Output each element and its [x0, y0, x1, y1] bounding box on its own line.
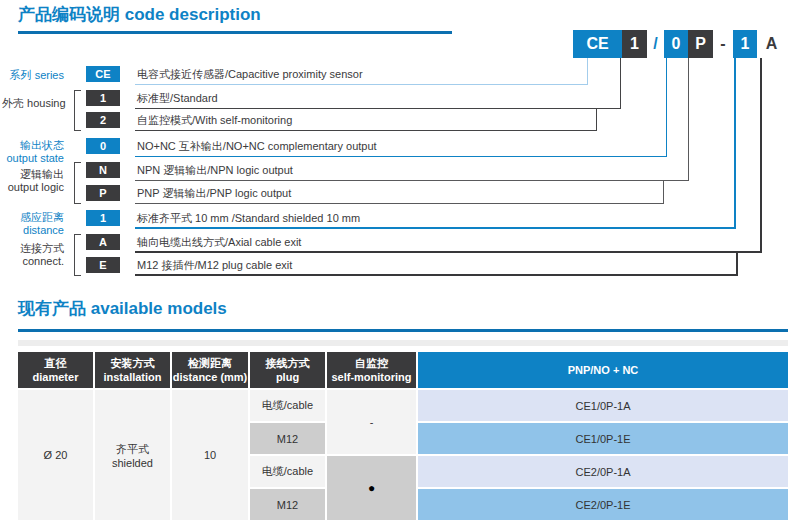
code-value-box: 2 [86, 112, 120, 128]
group-label-line: 连接方式 [2, 242, 64, 255]
code-value-box: E [86, 257, 120, 273]
connector-line [734, 58, 736, 229]
connector-line [135, 130, 596, 131]
model-cell: CE2/0P-1A [418, 456, 788, 487]
header-line: plug [276, 370, 299, 384]
title-underline [18, 329, 788, 332]
header-cell-plug: 接线方式 plug [250, 352, 325, 388]
header-line: 检测距离 [188, 356, 232, 370]
diameter-value: Ø 20 [44, 449, 68, 461]
code-segment-series: CE [573, 30, 622, 58]
connector-line [663, 180, 664, 204]
code-value-box: N [86, 162, 120, 178]
code-value-description: NPN 逻辑输出/NPN logic output [137, 162, 293, 178]
connector-line [135, 108, 620, 109]
code-value-description: 标准型/Standard [137, 90, 218, 106]
code-separator-dash: - [713, 30, 733, 58]
code-value-description: 电容式接近传感器/Capacitive proximity sensor [137, 66, 363, 82]
title-underline [18, 31, 452, 34]
plug-cell: M12 [250, 423, 325, 454]
connector-line [135, 84, 587, 85]
code-value-description: NO+NC 互补输出/NO+NC complementary output [137, 138, 377, 154]
group-label-series: 系列 series [2, 69, 64, 82]
header-cell-distance: 检测距离 distance (mm) [172, 352, 248, 388]
connector-line [135, 274, 738, 276]
code-value-description: PNP 逻辑输出/PNP logic output [137, 185, 291, 201]
connector-line [135, 227, 736, 229]
group-label-distance: 感应距离 distance [2, 211, 64, 237]
code-value-box: P [86, 185, 120, 201]
code-segment-output-logic: P [688, 30, 713, 58]
diameter-cell: Ø 20 [18, 390, 93, 520]
connector-line [688, 58, 689, 181]
header-line: installation [103, 370, 161, 384]
code-value-description: 标准齐平式 10 mm /Standard shielded 10 mm [137, 210, 360, 226]
code-segment-housing: 1 [622, 30, 647, 58]
header-line: diameter [33, 370, 79, 384]
bracket-connect [74, 234, 81, 276]
code-value-description: 轴向电缆出线方式/Axial cable exit [137, 234, 301, 250]
group-label-output-state: 输出状态 output state [2, 139, 64, 165]
header-cell-model: PNP/NO + NC [418, 352, 788, 388]
model-cell: CE2/0P-1E [418, 489, 788, 520]
model-cell: CE1/0P-1A [418, 390, 788, 421]
group-label-line: distance [2, 224, 64, 237]
group-label-line: output logic [2, 181, 64, 194]
connector-line [135, 180, 688, 181]
group-label-line: 外壳 housing [2, 97, 64, 110]
plug-cell: 电缆/cable [250, 390, 325, 421]
code-value-box: CE [86, 66, 120, 82]
code-description-title: 产品编码说明 code description [18, 3, 261, 26]
code-value-box: 1 [86, 210, 120, 226]
group-label-line: connect. [2, 255, 64, 268]
header-line: 安装方式 [111, 356, 155, 370]
group-label-output-logic: 逻辑输出 output logic [2, 168, 64, 194]
code-value-box: 0 [86, 138, 120, 154]
group-label-line: output state [2, 152, 64, 165]
installation-cell: 齐平式 shielded [95, 390, 170, 520]
header-line: 自监控 [355, 356, 388, 370]
distance-value: 10 [204, 449, 216, 461]
header-line: distance (mm) [173, 370, 248, 384]
distance-cell: 10 [172, 390, 248, 520]
code-value-description: 自监控模式/With self-monitoring [137, 112, 292, 128]
code-segment-output-state: 0 [664, 30, 688, 58]
group-label-line: 系列 series [2, 69, 64, 82]
header-line: 接线方式 [266, 356, 310, 370]
bracket-output-logic [74, 162, 81, 204]
connector-line [135, 203, 663, 204]
model-cell: CE1/0P-1E [418, 423, 788, 454]
header-line: PNP/NO + NC [568, 363, 639, 377]
self-monitoring-cell-none: - [327, 390, 416, 454]
connector-line [135, 251, 762, 253]
connector-line [760, 58, 762, 253]
divider-band [18, 340, 788, 346]
installation-value-zh: 齐平式 [116, 442, 149, 457]
header-cell-installation: 安装方式 installation [95, 352, 170, 388]
header-cell-diameter: 直径 diameter [18, 352, 93, 388]
connector-line [736, 251, 738, 276]
available-models-title: 现有产品 available models [18, 297, 227, 320]
header-line: self-monitoring [331, 370, 411, 384]
plug-cell: 电缆/cable [250, 456, 325, 487]
code-separator-slash: / [647, 30, 664, 58]
code-segment-connect: A [759, 30, 784, 58]
connector-line [620, 58, 621, 109]
connector-line [596, 108, 597, 131]
group-label-line: 逻辑输出 [2, 168, 64, 181]
header-cell-self-monitoring: 自监控 self-monitoring [327, 352, 416, 388]
code-value-box: 1 [86, 90, 120, 106]
connector-line [666, 58, 667, 157]
group-label-line: 感应距离 [2, 211, 64, 224]
bracket-housing [74, 90, 81, 131]
self-monitoring-dot-icon: ● [368, 482, 375, 494]
code-value-description: M12 接插件/M12 plug cable exit [137, 257, 292, 273]
plug-cell: M12 [250, 489, 325, 520]
code-value-box: A [86, 234, 120, 250]
header-line: 直径 [45, 356, 67, 370]
connector-line [135, 156, 666, 157]
self-monitoring-cell-yes: ● [327, 456, 416, 520]
installation-value-en: shielded [112, 457, 153, 469]
group-label-connect: 连接方式 connect. [2, 242, 64, 268]
code-segment-distance: 1 [733, 30, 757, 58]
